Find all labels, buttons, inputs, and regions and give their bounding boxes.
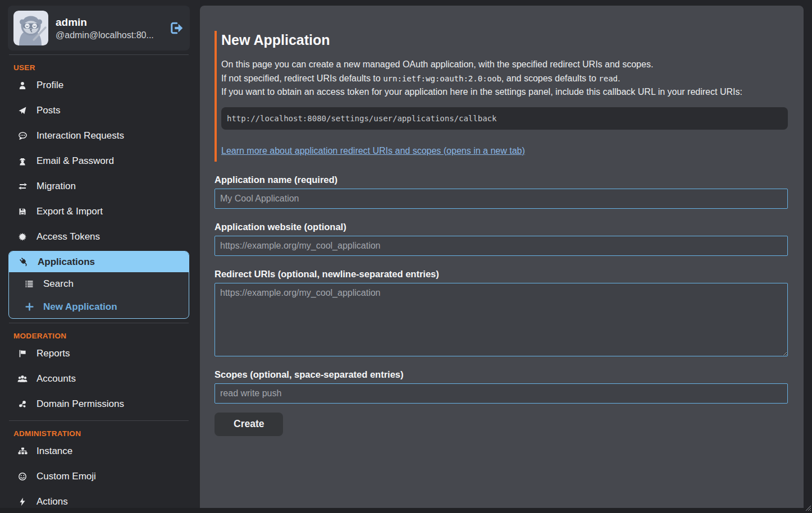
sidebar-item-domain-permissions[interactable]: Domain Permissions — [8, 391, 190, 416]
new-application-page: New Application On this page you can cre… — [200, 6, 804, 508]
sidebar-item-applications-search[interactable]: Search — [9, 272, 189, 295]
sign-out-icon — [167, 20, 184, 36]
sidebar-item-label: Migration — [37, 179, 76, 193]
sidebar-item-label: Accounts — [37, 372, 76, 386]
sidebar-item-label: Actions — [37, 494, 68, 509]
page-title: New Application — [221, 32, 788, 48]
intro-line-2: If not specified, redirect URIs defaults… — [221, 72, 788, 86]
avatar[interactable] — [13, 11, 48, 45]
sidebar-item-applications[interactable]: Applications — [9, 251, 189, 272]
list-icon — [24, 280, 35, 288]
sidebar-item-label: Access Tokens — [37, 230, 100, 244]
intro-line-3: If you want to obtain an access token fo… — [221, 85, 788, 99]
sidebar-divider — [9, 420, 189, 421]
sidebar-item-custom-emoji[interactable]: Custom Emoji — [8, 464, 190, 489]
application-website-label: Application website (optional) — [215, 222, 788, 232]
section-label-administration: ADMINISTRATION — [13, 429, 190, 438]
user-card: admin @admin@localhost:80... — [8, 6, 190, 51]
sidebar-item-label: Applications — [38, 255, 95, 269]
sidebar-item-label: Search — [43, 277, 74, 291]
sidebar-item-applications-new[interactable]: New Application — [9, 295, 189, 318]
create-button[interactable]: Create — [215, 413, 283, 436]
user-icon — [17, 81, 28, 90]
paper-plane-icon — [17, 106, 28, 115]
plus-icon — [24, 303, 35, 311]
sidebar-item-label: Interaction Requests — [37, 129, 124, 143]
window-resize-grip[interactable] — [805, 505, 811, 511]
sidebar-item-interaction-requests[interactable]: Interaction Requests — [8, 123, 190, 148]
sitemap-icon — [17, 447, 28, 456]
user-handle: @admin@localhost:80... — [56, 30, 165, 40]
sidebar-item-instance[interactable]: Instance — [8, 438, 190, 464]
read-code: read — [599, 74, 618, 83]
redirect-uris-label: Redirect URIs (optional, newline-separat… — [215, 269, 788, 280]
sidebar-item-label: Posts — [37, 103, 61, 117]
sidebar-item-accounts[interactable]: Accounts — [8, 366, 190, 391]
network-nodes-icon — [17, 400, 28, 409]
section-label-user: USER — [13, 63, 190, 72]
sidebar-item-reports[interactable]: Reports — [8, 341, 190, 366]
sidebar-item-label: Custom Emoji — [37, 469, 96, 483]
section-label-moderation: MODERATION — [13, 332, 190, 340]
sidebar-item-posts[interactable]: Posts — [8, 98, 190, 123]
user-info: admin @admin@localhost:80... — [56, 16, 165, 40]
page-intro-block: New Application On this page you can cre… — [215, 31, 788, 162]
sidebar-item-label: Email & Password — [37, 154, 114, 168]
user-name: admin — [56, 16, 165, 29]
user-secret-icon — [17, 157, 28, 166]
intro-line-1: On this page you can create a new manage… — [221, 58, 788, 72]
new-application-form: Application name (required) Application … — [215, 175, 788, 436]
sidebar-item-label: New Application — [43, 300, 117, 314]
bolt-icon — [17, 497, 28, 506]
sidebar-divider — [9, 323, 189, 323]
exchange-arrows-icon — [17, 182, 28, 191]
application-website-input[interactable] — [215, 236, 788, 256]
certificate-icon — [17, 232, 28, 241]
sidebar-item-email-password[interactable]: Email & Password — [8, 148, 190, 173]
plug-icon — [18, 257, 29, 267]
applications-nav-group: Applications Search New Application — [8, 251, 189, 319]
sloth-avatar-image — [13, 11, 48, 45]
flag-icon — [17, 349, 28, 358]
sidebar-item-label: Export & Import — [37, 204, 103, 218]
sidebar-item-label: Domain Permissions — [37, 397, 124, 411]
settings-sidebar: admin @admin@localhost:80... USER Profil… — [0, 0, 200, 513]
floppy-disk-icon — [17, 207, 28, 216]
comment-dots-icon — [17, 131, 28, 140]
scopes-input[interactable] — [215, 383, 788, 404]
application-name-label: Application name (required) — [215, 175, 788, 185]
scopes-label: Scopes (optional, space-separated entrie… — [215, 369, 788, 380]
sidebar-divider — [9, 54, 189, 55]
users-icon — [17, 374, 28, 383]
sidebar-item-label: Instance — [37, 444, 72, 458]
redirect-uris-textarea[interactable] — [215, 283, 788, 356]
application-name-input[interactable] — [215, 189, 788, 209]
smiley-icon — [17, 472, 28, 481]
learn-more-link[interactable]: Learn more about application redirect UR… — [221, 146, 525, 156]
sidebar-item-label: Reports — [37, 346, 70, 360]
sidebar-item-access-tokens[interactable]: Access Tokens — [8, 224, 190, 249]
sidebar-item-label: Profile — [37, 78, 63, 92]
sidebar-item-profile[interactable]: Profile — [8, 72, 190, 98]
sidebar-item-export-import[interactable]: Export & Import — [8, 199, 190, 224]
logout-button[interactable] — [167, 20, 184, 36]
bottom-scrollbar-track[interactable] — [0, 508, 812, 513]
callback-url-codeblock: http://localhost:8080/settings/user/appl… — [221, 107, 788, 130]
sidebar-item-migration[interactable]: Migration — [8, 173, 190, 199]
oob-code: urn:ietf:wg:oauth:2.0:oob — [383, 74, 501, 83]
